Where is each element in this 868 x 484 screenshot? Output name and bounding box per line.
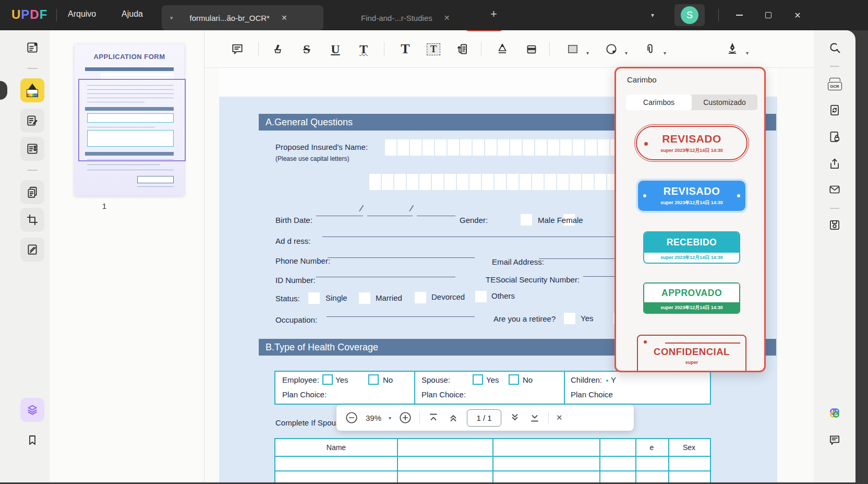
zoom-out-button[interactable] — [345, 411, 358, 424]
ai-assistant-button[interactable] — [823, 402, 846, 424]
retiree-checkbox[interactable] — [564, 313, 575, 324]
stamp-label: RECEBIDO — [644, 232, 739, 253]
zoom-dropdown-caret[interactable]: ▾ — [389, 415, 391, 421]
signature-tool-button[interactable] — [721, 38, 744, 61]
tab-caret-icon[interactable]: ▾ — [170, 15, 173, 21]
status-checkbox[interactable] — [415, 292, 426, 303]
attachment-dropdown-caret[interactable]: ▾ — [664, 50, 666, 56]
stamp-revisado-blue[interactable]: REVISADO super 2023年12月14日 14:30 — [638, 181, 745, 211]
sidebar-edit-button[interactable] — [20, 109, 44, 133]
previous-page-button[interactable] — [447, 411, 460, 424]
strikethrough-tool-button[interactable]: S — [295, 38, 318, 61]
id-line[interactable] — [316, 277, 455, 277]
stamp-approvado[interactable]: APPROVADO super 2023年12月14日 14:30 — [643, 282, 740, 314]
spouse-yes-checkbox[interactable] — [473, 374, 483, 385]
textbox-tool-button[interactable]: T — [422, 38, 445, 61]
sidebar-watermark-button[interactable] — [20, 238, 44, 262]
sidebar-divider — [830, 66, 839, 67]
save-button[interactable] — [823, 214, 846, 236]
protect-button[interactable] — [823, 126, 846, 148]
strikethrough-icon: S — [303, 43, 310, 55]
shape-rectangle-tool-button[interactable] — [561, 38, 584, 61]
menu-arquivo[interactable]: Arquivo — [68, 9, 96, 19]
sidebar-bookmark-button[interactable] — [20, 428, 44, 452]
sticker-dropdown-caret[interactable]: ▾ — [625, 50, 628, 56]
share-button[interactable] — [823, 152, 846, 174]
zoom-in-button[interactable] — [399, 411, 412, 424]
status-checkbox[interactable] — [308, 292, 320, 304]
next-page-button[interactable] — [509, 411, 521, 424]
page-thumbnail[interactable]: APPLICATION FORM — [75, 44, 184, 196]
thumbnail-title: APPLICATION FORM — [75, 53, 184, 61]
thumbnail-viewport-rect[interactable] — [78, 79, 186, 161]
stamp-recebido[interactable]: RECEBIDO super 2023年12月14日 14:30 — [643, 231, 740, 264]
go-to-bottom-button[interactable] — [528, 411, 541, 424]
occupation-line[interactable] — [327, 316, 475, 317]
id-label: ID Number: — [275, 276, 316, 285]
minimize-button[interactable] — [727, 0, 751, 30]
tab-customizado[interactable]: Customizado — [692, 95, 757, 110]
sidebar-stacks-button[interactable] — [20, 398, 44, 422]
coverage-table[interactable]: Employee: Yes No Plan Choice: Spouse: Ye… — [274, 371, 711, 405]
document-tab-inactive[interactable]: Find-and-...r-Studies ✕ — [339, 5, 480, 30]
titlebar-chevron-down-icon[interactable]: ▾ — [651, 11, 654, 19]
tab-close-icon[interactable]: ✕ — [281, 14, 287, 22]
highlight-tool-button[interactable] — [267, 38, 290, 61]
stamp-subtitle: super 2023年12月14日 14:30 — [660, 147, 723, 154]
birth-date-line[interactable] — [367, 216, 413, 216]
maximize-button[interactable] — [756, 0, 780, 30]
status-option: Devorced — [431, 292, 465, 301]
rectangle-dropdown-caret[interactable]: ▾ — [586, 50, 589, 56]
name-grid-row2[interactable] — [369, 174, 620, 192]
zoombar-close-button[interactable]: ✕ — [556, 413, 563, 422]
sidebar-crop-button[interactable] — [20, 208, 44, 232]
text-tool-button[interactable]: T — [394, 38, 417, 61]
gender-checkbox[interactable] — [521, 214, 532, 226]
underline-tool-button[interactable]: U — [324, 38, 347, 61]
birth-date-line[interactable] — [417, 216, 455, 216]
sticker-tool-button[interactable] — [600, 38, 623, 61]
birth-date-line[interactable] — [316, 216, 363, 216]
close-button[interactable]: ✕ — [786, 0, 810, 30]
sidebar-comment-tool-active[interactable] — [20, 78, 44, 102]
attachment-tool-button[interactable] — [638, 38, 661, 61]
squiggly-tool-button[interactable]: T — [352, 38, 375, 61]
comment-tool-button[interactable] — [226, 38, 249, 61]
stamp-confidencial[interactable]: CONFIDENCIAL super — [637, 335, 746, 372]
go-to-top-button[interactable] — [427, 411, 440, 424]
phone-line[interactable] — [328, 257, 475, 258]
address-line[interactable] — [322, 237, 630, 237]
ocr-button[interactable]: OCR — [823, 73, 846, 95]
sidebar-reader-button[interactable] — [20, 36, 44, 60]
spouse-no-checkbox[interactable] — [509, 374, 519, 385]
mail-button[interactable] — [823, 179, 846, 200]
feedback-button[interactable] — [823, 429, 846, 451]
email-label: Email Address: — [492, 257, 544, 266]
status-option: Married — [376, 293, 402, 302]
pencil-tool-button[interactable] — [491, 38, 514, 61]
new-tab-button[interactable]: + — [490, 7, 497, 21]
convert-button[interactable] — [823, 99, 846, 121]
sidebar-organize-button[interactable] — [20, 137, 44, 161]
convert-file-icon — [828, 103, 841, 117]
document-tab-active[interactable]: ▾ formulari...ão-br_OCR* ✕ — [162, 5, 323, 30]
name-grid-row1[interactable] — [385, 139, 623, 158]
zoom-level[interactable]: 39% — [366, 414, 381, 422]
eraser-tool-button[interactable] — [520, 38, 543, 61]
tab-carimbos[interactable]: Carimbos — [626, 95, 692, 110]
status-checkbox[interactable] — [359, 292, 370, 304]
callout-tool-button[interactable] — [451, 38, 474, 61]
signature-dropdown-caret[interactable]: ▾ — [746, 50, 749, 56]
menu-ajuda[interactable]: Ajuda — [122, 9, 143, 19]
insurance-table[interactable]: Name e Sex — [274, 438, 711, 484]
account-button[interactable]: S — [674, 4, 705, 26]
tab-close-icon[interactable]: ✕ — [444, 14, 450, 22]
stamp-revisado-red[interactable]: REVISADO super 2023年12月14日 14:30 — [636, 126, 748, 160]
status-checkbox[interactable] — [475, 291, 487, 302]
employee-label: Employee: — [282, 375, 319, 384]
callout-icon — [455, 42, 469, 56]
employee-yes-checkbox[interactable] — [322, 374, 333, 385]
employee-no-checkbox[interactable] — [368, 374, 379, 385]
page-indicator[interactable]: 1 / 1 — [467, 409, 501, 427]
sidebar-pages-button[interactable] — [20, 180, 44, 204]
